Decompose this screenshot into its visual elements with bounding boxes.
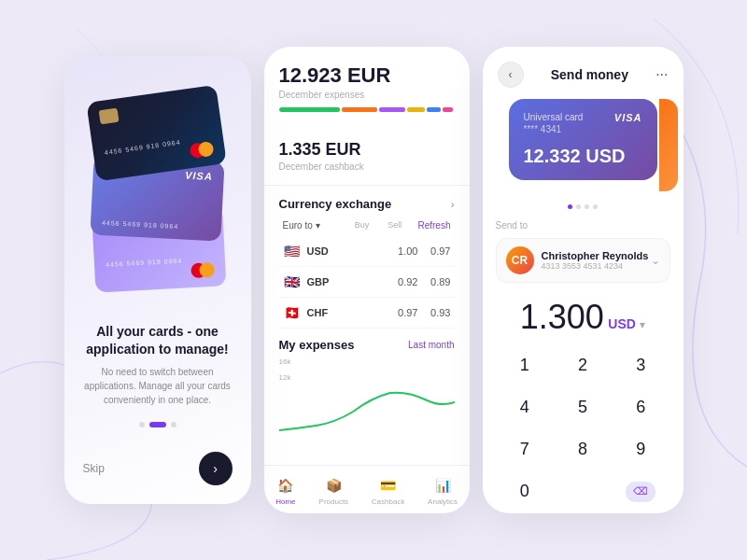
exchange-title: Currency exchange — [279, 197, 392, 211]
recipient-row[interactable]: CR Christopher Reynolds 4313 3553 4531 4… — [496, 238, 670, 283]
cashback-amount: 1.335 EUR — [279, 140, 455, 160]
progress-segment-pink — [443, 107, 453, 112]
panel-send-money: ‹ Send money ··· Universal card **** 434… — [483, 47, 684, 513]
send-money-title: Send money — [551, 67, 628, 82]
mastercard-icon — [189, 141, 214, 159]
panel-dashboard: 12.923 EUR December expenses 1.335 EUR D… — [264, 47, 470, 513]
buy-chf: 0.97 — [386, 307, 418, 318]
exchange-rows: 🇺🇸 USD 1.00 0.97 🇬🇧 GBP 0.92 0.89 🇨🇭 CHF… — [279, 236, 455, 329]
panel1-title: All your cards - one application to mana… — [83, 323, 233, 357]
numpad-key-7[interactable]: 7 — [496, 429, 554, 470]
currency-usd: USD — [307, 245, 386, 257]
recipient-chevron-icon: ⌄ — [651, 254, 660, 267]
numpad-key-3[interactable]: 3 — [612, 344, 669, 385]
progress-segment-yellow — [407, 107, 425, 112]
recipient-phone: 4313 3553 4531 4234 — [542, 261, 651, 271]
numpad-key-5[interactable]: 5 — [554, 386, 612, 427]
card-number-visa: 4456 5469 918 0964 — [101, 219, 209, 231]
main-amount: 12.923 EUR — [279, 63, 455, 88]
dot-3 — [171, 422, 176, 427]
send-to-section: Send to CR Christopher Reynolds 4313 355… — [483, 215, 684, 288]
visa-logo: VISA — [184, 170, 212, 183]
flag-gbp: 🇬🇧 — [283, 273, 302, 291]
nav-home-label: Home — [275, 497, 295, 506]
send-to-label: Send to — [496, 220, 670, 231]
nav-products[interactable]: 📦 Products — [319, 475, 349, 506]
card-display-name: Universal card — [524, 112, 584, 122]
next-button[interactable]: › — [199, 452, 233, 485]
amount-currency: USD — [608, 316, 636, 331]
numpad-key-8[interactable]: 8 — [554, 429, 612, 470]
expenses-chart — [279, 384, 455, 440]
numpad-key-delete[interactable]: ⌫ — [612, 471, 669, 512]
exchange-row-chf: 🇨🇭 CHF 0.97 0.93 — [279, 298, 455, 329]
main-amount-label: December expenses — [279, 90, 455, 100]
card-nav-dots — [483, 204, 684, 209]
cashback-icon: 💳 — [378, 475, 399, 496]
exchange-row-gbp: 🇬🇧 GBP 0.92 0.89 — [279, 267, 455, 298]
currency-exchange-section: Currency exchange › Euro to ▾ Buy Sell R… — [264, 186, 470, 465]
nav-analytics[interactable]: 📊 Analytics — [428, 475, 458, 506]
expenses-title: My expenses — [279, 338, 355, 352]
flag-chf: 🇨🇭 — [283, 303, 302, 322]
exchange-more-link[interactable]: › — [451, 199, 455, 210]
card-dot-2 — [576, 204, 581, 209]
numpad-key-empty — [554, 471, 612, 512]
my-expenses-section: My expenses Last month 16k 12k — [279, 329, 455, 440]
exchange-row-usd: 🇺🇸 USD 1.00 0.97 — [279, 236, 455, 267]
back-button[interactable]: ‹ — [498, 62, 524, 88]
home-icon: 🏠 — [275, 475, 296, 496]
last-month-filter[interactable]: Last month — [408, 340, 454, 350]
exchange-table-header: Euro to ▾ Buy Sell Refresh — [279, 220, 455, 231]
card-display-info: Universal card **** 4341 — [524, 112, 584, 134]
numpad-key-2[interactable]: 2 — [554, 344, 612, 385]
nav-analytics-label: Analytics — [428, 497, 458, 506]
expenses-header: My expenses Last month — [279, 338, 455, 352]
numpad-key-4[interactable]: 4 — [496, 386, 554, 427]
filter-chevron: ▾ — [316, 220, 320, 231]
progress-segment-green — [279, 107, 341, 112]
euro-filter[interactable]: Euro to ▾ — [283, 220, 320, 231]
sell-chf: 0.93 — [418, 307, 451, 318]
refresh-button[interactable]: Refresh — [417, 220, 450, 231]
exchange-section-header: Currency exchange › — [279, 197, 455, 211]
col-buy-header: Buy — [355, 220, 370, 231]
panels-container: 4456 5469 918 0964 VISA — [64, 47, 684, 513]
sell-usd: 0.97 — [418, 245, 451, 257]
products-icon: 📦 — [323, 475, 344, 496]
nav-home[interactable]: 🏠 Home — [275, 475, 296, 506]
nav-cashback-label: Cashback — [372, 497, 405, 506]
send-money-header: ‹ Send money ··· — [483, 47, 684, 99]
numpad-key-1[interactable]: 1 — [496, 344, 554, 385]
currency-chevron-icon[interactable]: ▾ — [640, 318, 645, 331]
progress-segment-purple — [379, 107, 405, 112]
card-dot-3 — [585, 204, 589, 209]
col-sell-header: Sell — [388, 220, 402, 231]
chart-label-12k: 12k — [279, 373, 291, 382]
dot-2-active — [149, 422, 166, 427]
numpad-key-6[interactable]: 6 — [612, 386, 669, 427]
card-visa-label: VISA — [614, 112, 642, 123]
orange-card-peek — [659, 99, 678, 191]
chart-label-16k: 16k — [279, 357, 291, 366]
numpad-key-9[interactable]: 9 — [612, 429, 669, 470]
card-display: Universal card **** 4341 VISA 12.332 USD — [509, 99, 657, 180]
numpad-key-0[interactable]: 0 — [496, 471, 554, 512]
panel1-content: All your cards - one application to mana… — [64, 308, 251, 442]
mastercard-icon-2 — [190, 262, 215, 278]
panel-cards: 4456 5469 918 0964 VISA — [64, 56, 251, 504]
progress-segment-blue — [427, 107, 441, 112]
expenses-progress-bar — [279, 107, 455, 112]
nav-products-label: Products — [319, 497, 349, 506]
nav-cashback[interactable]: 💳 Cashback — [372, 475, 405, 506]
currency-chf: CHF — [307, 307, 386, 318]
recipient-avatar: CR — [506, 246, 534, 274]
euro-filter-label: Euro to — [283, 220, 313, 231]
pagination-dots — [139, 422, 176, 427]
more-options-button[interactable]: ··· — [655, 66, 668, 83]
skip-button[interactable]: Skip — [83, 462, 105, 475]
panel1-footer: Skip › — [64, 452, 251, 485]
cards-stack: 4456 5469 918 0964 VISA — [64, 84, 251, 299]
sell-gbp: 0.89 — [418, 276, 451, 287]
cashback-section: 1.335 EUR December cashback — [264, 131, 470, 186]
